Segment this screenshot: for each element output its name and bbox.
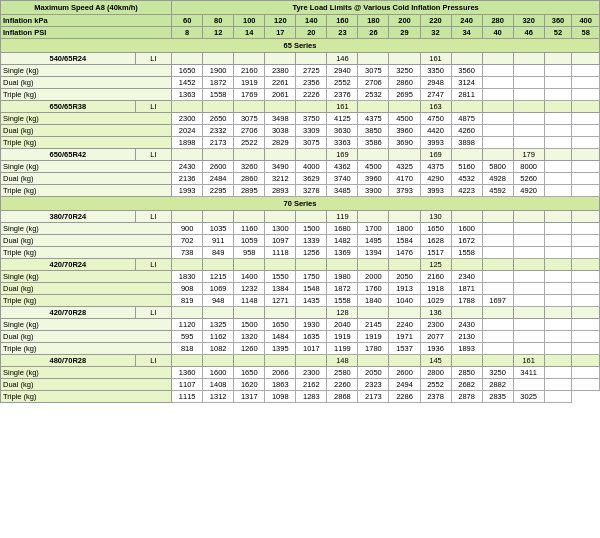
kpa-100: 100 <box>234 15 265 27</box>
data-cell <box>513 295 544 307</box>
data-cell <box>513 235 544 247</box>
data-cell: 1029 <box>420 295 451 307</box>
data-cell <box>544 367 572 379</box>
data-cell: 8000 <box>513 161 544 173</box>
data-cell <box>482 343 513 355</box>
data-cell <box>572 271 600 283</box>
li-value-cell <box>389 101 420 113</box>
data-cell <box>482 235 513 247</box>
kpa-400: 400 <box>572 15 600 27</box>
li-value-cell <box>296 259 327 271</box>
data-cell: 3250 <box>482 367 513 379</box>
data-cell: 5260 <box>513 173 544 185</box>
data-cell: 2850 <box>451 367 482 379</box>
data-cell: 2580 <box>327 367 358 379</box>
li-value-cell <box>203 53 234 65</box>
table-row: Dual (kg)7029111059109713391482149515841… <box>1 235 600 247</box>
li-value-cell <box>172 355 203 367</box>
data-cell: 1097 <box>265 235 296 247</box>
data-cell <box>544 125 572 137</box>
data-cell: 1162 <box>203 331 234 343</box>
data-cell: 738 <box>172 247 203 259</box>
data-cell: 3485 <box>327 185 358 197</box>
data-cell <box>544 173 572 185</box>
data-cell: 2747 <box>420 89 451 101</box>
data-cell: 2295 <box>203 185 234 197</box>
data-cell: 818 <box>172 343 203 355</box>
data-cell: 2522 <box>234 137 265 149</box>
li-value-cell: 136 <box>420 307 451 319</box>
li-value-cell <box>482 355 513 367</box>
data-cell: 4875 <box>451 113 482 125</box>
li-value-cell <box>389 149 420 161</box>
data-cell: 2300 <box>420 319 451 331</box>
li-value-cell <box>451 259 482 271</box>
data-cell <box>572 185 600 197</box>
li-value-cell <box>451 149 482 161</box>
li-value-cell <box>572 211 600 223</box>
data-cell <box>513 77 544 89</box>
data-cell: 1395 <box>265 343 296 355</box>
kpa-320: 320 <box>513 15 544 27</box>
data-cell: 3498 <box>265 113 296 125</box>
data-cell: 1148 <box>234 295 265 307</box>
li-value-cell <box>358 149 389 161</box>
data-cell: 2145 <box>358 319 389 331</box>
data-cell <box>544 185 572 197</box>
data-cell: 1059 <box>234 235 265 247</box>
data-cell: 595 <box>172 331 203 343</box>
data-cell <box>513 331 544 343</box>
li-value-cell: 130 <box>420 211 451 223</box>
li-value-cell: 163 <box>420 101 451 113</box>
row-label: Triple (kg) <box>1 343 172 355</box>
data-cell: 3850 <box>358 125 389 137</box>
data-cell: 4325 <box>389 161 420 173</box>
table-row: Triple (kg)81994811481271143515581840104… <box>1 295 600 307</box>
data-cell: 2000 <box>358 271 389 283</box>
data-cell: 2286 <box>389 391 420 403</box>
data-cell <box>513 125 544 137</box>
kpa-200: 200 <box>389 15 420 27</box>
data-cell: 2356 <box>296 77 327 89</box>
data-cell: 4290 <box>420 173 451 185</box>
li-value-cell <box>572 53 600 65</box>
li-label: LI <box>135 53 171 65</box>
data-cell: 3025 <box>513 391 544 403</box>
data-cell: 3586 <box>358 137 389 149</box>
table-row: Dual (kg)1107140816201863216222602323249… <box>1 379 600 391</box>
li-value-cell <box>234 211 265 223</box>
li-label: LI <box>135 149 171 161</box>
table-row: Single (kg)23002650307534983750412543754… <box>1 113 600 125</box>
li-value-cell <box>358 211 389 223</box>
li-label: LI <box>135 355 171 367</box>
data-cell: 1476 <box>389 247 420 259</box>
data-cell <box>513 283 544 295</box>
li-value-cell <box>296 211 327 223</box>
data-cell: 4000 <box>296 161 327 173</box>
li-value-cell <box>203 149 234 161</box>
data-cell: 1548 <box>296 283 327 295</box>
max-speed-label: Maximum Speed A8 (40km/h) <box>34 3 138 12</box>
data-cell: 1919 <box>327 331 358 343</box>
li-value-cell <box>265 53 296 65</box>
data-cell: 4375 <box>358 113 389 125</box>
data-cell: 3309 <box>296 125 327 137</box>
table-row: Triple (kg)18982173252228293075336335863… <box>1 137 600 149</box>
table-row: Single (kg)18301215140015501750198020002… <box>1 271 600 283</box>
li-value-cell <box>172 149 203 161</box>
li-value-cell <box>544 211 572 223</box>
row-label: Single (kg) <box>1 161 172 173</box>
li-value-cell: 161 <box>513 355 544 367</box>
data-cell <box>572 137 600 149</box>
data-cell: 2024 <box>172 125 203 137</box>
data-cell <box>544 319 572 331</box>
data-cell: 1040 <box>389 295 420 307</box>
data-cell: 2130 <box>451 331 482 343</box>
data-cell: 3075 <box>358 65 389 77</box>
tire-size: 540/65R24 <box>1 53 136 65</box>
table-row: Triple (kg)73884995811181256136913941476… <box>1 247 600 259</box>
data-cell <box>482 89 513 101</box>
row-label: Triple (kg) <box>1 247 172 259</box>
data-cell <box>513 113 544 125</box>
li-value-cell <box>203 259 234 271</box>
